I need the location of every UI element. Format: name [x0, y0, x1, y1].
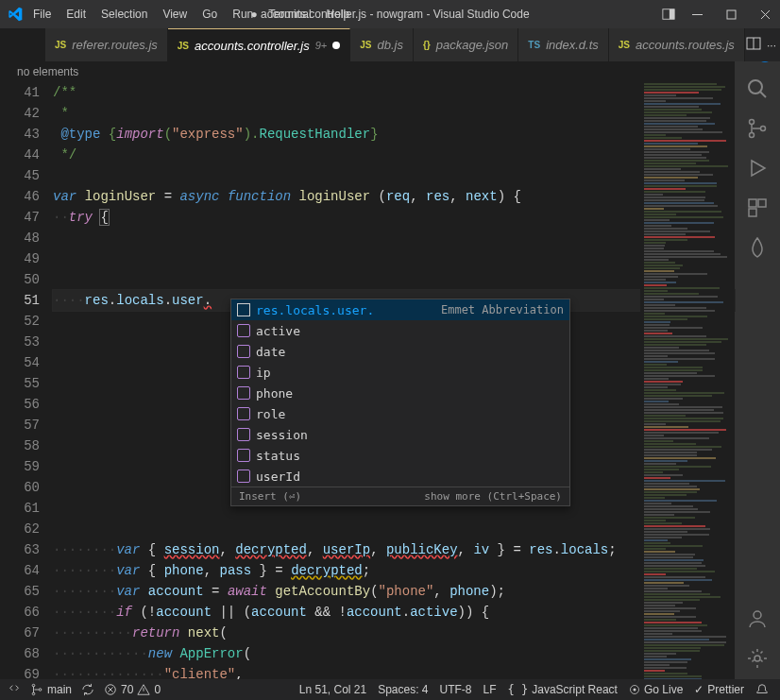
line-number[interactable]: 55: [0, 373, 40, 394]
language-mode[interactable]: { } JavaScript React: [508, 683, 618, 696]
suggest-widget[interactable]: res.locals.user.Emmet Abbreviationactive…: [230, 299, 570, 506]
tab-package.json[interactable]: {}package.json: [414, 28, 518, 61]
code-line[interactable]: ········var { phone, pass } = decrypted;: [53, 560, 735, 581]
sync-icon[interactable]: [81, 683, 94, 696]
line-number[interactable]: 56: [0, 394, 40, 415]
breadcrumb[interactable]: no elements: [0, 61, 735, 82]
minimize-icon[interactable]: [689, 7, 704, 22]
line-number[interactable]: 50: [0, 269, 40, 290]
line-number[interactable]: 62: [0, 519, 40, 539]
suggest-item[interactable]: ip: [231, 362, 569, 383]
code-line[interactable]: ········if (!account || (account && !acc…: [53, 602, 735, 623]
suggest-item[interactable]: role: [231, 403, 569, 424]
problems-errors[interactable]: 70 0: [104, 683, 161, 696]
line-number[interactable]: 49: [0, 248, 40, 269]
suggest-item-selected[interactable]: res.locals.user.Emmet Abbreviation: [231, 299, 569, 320]
debug-icon[interactable]: [746, 157, 769, 179]
code-line[interactable]: */: [53, 145, 735, 165]
layout-toggle-icon[interactable]: [661, 7, 676, 22]
search-icon[interactable]: [746, 77, 769, 100]
split-editor-icon[interactable]: [746, 36, 761, 54]
line-number[interactable]: 67: [0, 623, 40, 643]
property-icon: [237, 428, 250, 441]
account-icon[interactable]: [746, 607, 769, 630]
suggest-item[interactable]: date: [231, 341, 569, 362]
suggest-item[interactable]: status: [231, 445, 569, 466]
line-number[interactable]: 43: [0, 124, 40, 145]
source-control-icon[interactable]: [746, 117, 769, 140]
tab-referer.routes.js[interactable]: JSreferer.routes.js: [45, 28, 168, 61]
line-number[interactable]: 68: [0, 643, 40, 664]
go-live[interactable]: Go Live: [629, 683, 683, 696]
code-line[interactable]: ········var account = await getAccountBy…: [53, 581, 735, 602]
code-line[interactable]: [53, 248, 735, 269]
abbreviation-icon: [237, 303, 250, 316]
code-line[interactable]: ········var { session, decrypted, userIp…: [53, 539, 735, 560]
indentation[interactable]: Spaces: 4: [378, 683, 428, 696]
line-number[interactable]: 54: [0, 352, 40, 373]
code-line[interactable]: ··········return next(: [53, 623, 735, 643]
tab-accounts.routes.js[interactable]: JSaccounts.routes.js: [609, 28, 745, 61]
line-number[interactable]: 44: [0, 145, 40, 165]
code-line[interactable]: [53, 165, 735, 186]
svg-point-5: [750, 120, 755, 125]
menu-file[interactable]: File: [26, 4, 58, 25]
suggest-more-hint[interactable]: show more (Ctrl+Space): [424, 490, 562, 503]
line-number[interactable]: 42: [0, 103, 40, 124]
tab-accounts.controller.js[interactable]: JSaccounts.controller.js9+: [168, 28, 350, 61]
git-branch[interactable]: main: [30, 683, 72, 696]
line-number[interactable]: 46: [0, 186, 40, 207]
suggest-item[interactable]: active: [231, 320, 569, 341]
line-number[interactable]: 64: [0, 560, 40, 581]
code-line[interactable]: ··try {: [53, 207, 735, 228]
suggest-item[interactable]: userId: [231, 466, 569, 487]
line-number[interactable]: 66: [0, 602, 40, 623]
line-number[interactable]: 52: [0, 311, 40, 332]
line-number[interactable]: 58: [0, 435, 40, 456]
extensions-icon[interactable]: [746, 196, 769, 219]
line-number[interactable]: 65: [0, 581, 40, 602]
line-number[interactable]: 51: [0, 290, 40, 311]
cursor-position[interactable]: Ln 51, Col 21: [299, 683, 366, 696]
line-number[interactable]: 60: [0, 477, 40, 498]
menu-edit[interactable]: Edit: [59, 4, 93, 25]
line-number[interactable]: 63: [0, 539, 40, 560]
menu-go[interactable]: Go: [195, 4, 224, 25]
suggest-item[interactable]: phone: [231, 383, 569, 403]
suggest-item[interactable]: session: [231, 424, 569, 445]
code-line[interactable]: *: [53, 103, 735, 124]
more-actions-icon[interactable]: ···: [767, 39, 776, 52]
mongodb-icon[interactable]: [746, 236, 769, 259]
code-line[interactable]: [53, 519, 735, 539]
line-number[interactable]: 47: [0, 207, 40, 228]
prettier[interactable]: ✓ Prettier: [694, 683, 744, 696]
title-bar: FileEditSelectionViewGoRunTerminalHelp ●…: [0, 0, 780, 28]
notifications-icon[interactable]: [755, 683, 769, 696]
tab-db.js[interactable]: JSdb.js: [350, 28, 414, 61]
line-number[interactable]: 48: [0, 228, 40, 248]
settings-gear-icon[interactable]: [746, 647, 769, 670]
code-line[interactable]: [53, 228, 735, 248]
tab-index.d.ts[interactable]: TSindex.d.ts: [518, 28, 608, 61]
close-icon[interactable]: [757, 7, 772, 22]
code-line[interactable]: var loginUser = async function loginUser…: [53, 186, 735, 207]
line-number[interactable]: 59: [0, 456, 40, 477]
minimap[interactable]: [640, 82, 735, 679]
activity-bar: 1: [735, 28, 780, 679]
code-line[interactable]: @type {import("express").RequestHandler}: [53, 124, 735, 145]
code-line[interactable]: /**: [53, 82, 735, 103]
remote-icon[interactable]: [8, 683, 21, 696]
property-icon: [237, 407, 250, 420]
line-number[interactable]: 57: [0, 415, 40, 435]
line-number[interactable]: 61: [0, 498, 40, 519]
code-line[interactable]: ············new AppError(: [53, 643, 735, 664]
menu-selection[interactable]: Selection: [94, 4, 154, 25]
menu-view[interactable]: View: [156, 4, 194, 25]
line-number[interactable]: 41: [0, 82, 40, 103]
line-number[interactable]: 53: [0, 332, 40, 352]
encoding[interactable]: UTF-8: [440, 683, 472, 696]
eol[interactable]: LF: [483, 683, 497, 696]
maximize-icon[interactable]: [723, 7, 738, 22]
code-line[interactable]: [53, 269, 735, 290]
line-number[interactable]: 45: [0, 165, 40, 186]
